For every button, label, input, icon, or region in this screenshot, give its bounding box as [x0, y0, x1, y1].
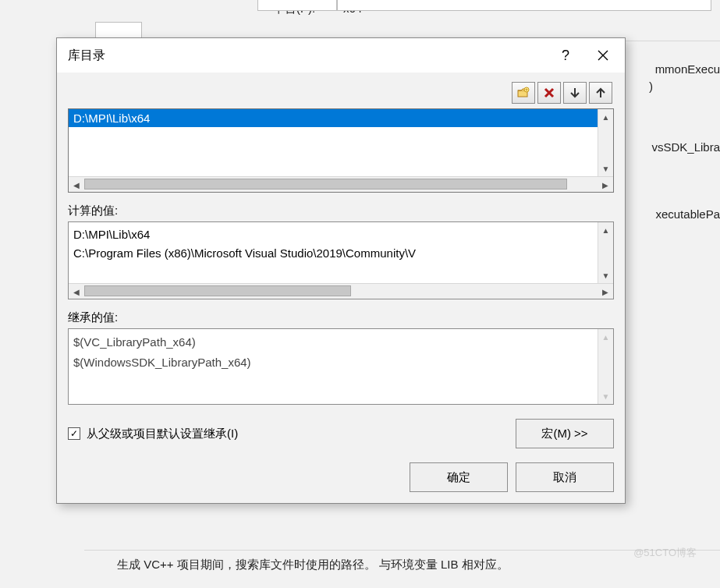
inherited-values-label: 继承的值:	[68, 310, 614, 325]
horizontal-scrollbar[interactable]: ◀ ▶	[69, 176, 613, 192]
bg-divider	[84, 550, 720, 551]
computed-value-line: C:\Program Files (x86)\Microsoft Visual …	[73, 244, 593, 263]
new-folder-icon	[517, 87, 530, 99]
vertical-scrollbar: ▲ ▼	[598, 329, 613, 404]
scroll-right-icon[interactable]: ▶	[598, 177, 613, 193]
vertical-scrollbar[interactable]: ▲ ▼	[598, 109, 613, 176]
bg-text-fragment: vsSDK_Libra	[651, 140, 720, 154]
scroll-left-icon[interactable]: ◀	[69, 177, 84, 193]
scroll-up-icon: ▲	[598, 329, 613, 345]
inherited-value-line: $(WindowsSDK_LibraryPath_x64)	[73, 352, 593, 373]
cancel-button[interactable]: 取消	[516, 462, 614, 492]
scroll-up-icon[interactable]: ▲	[598, 222, 613, 238]
bg-footer-hint: 生成 VC++ 项目期间，搜索库文件时使用的路径。 与环境变量 LIB 相对应。	[117, 558, 509, 572]
scroll-left-icon[interactable]: ◀	[69, 284, 84, 299]
library-directories-dialog: 库目录 ?	[56, 37, 626, 504]
macros-button[interactable]: 宏(M) >>	[516, 419, 614, 448]
bg-box	[337, 0, 711, 11]
scrollbar-track[interactable]	[84, 284, 598, 299]
checkmark-icon: ✓	[68, 427, 80, 440]
scroll-down-icon[interactable]: ▼	[598, 267, 613, 283]
directories-listbox[interactable]: D:\MPI\Lib\x64 ▲ ▼ ◀ ▶	[68, 108, 614, 193]
computed-value-line: D:\MPI\Lib\x64	[73, 225, 593, 244]
titlebar: 库目录 ?	[57, 38, 625, 73]
bg-text-fragment: mmonExecu	[655, 62, 720, 76]
help-button[interactable]: ?	[547, 41, 584, 69]
close-icon	[598, 50, 608, 61]
dialog-title: 库目录	[68, 48, 547, 64]
scroll-up-icon[interactable]: ▲	[598, 109, 613, 125]
list-toolbar	[68, 82, 614, 104]
inherited-values-box: $(VC_LibraryPath_x64) $(WindowsSDK_Libra…	[68, 328, 614, 405]
watermark: @51CTO博客	[633, 546, 697, 560]
scroll-right-icon[interactable]: ▶	[598, 284, 613, 299]
inherited-value-line: $(VC_LibraryPath_x64)	[73, 332, 593, 352]
scroll-down-icon[interactable]: ▼	[598, 161, 613, 176]
move-up-button[interactable]	[589, 82, 612, 104]
bg-box	[257, 0, 337, 11]
inherit-from-parent-checkbox[interactable]: ✓ 从父级或项目默认设置继承(I)	[68, 427, 238, 441]
computed-values-label: 计算的值:	[68, 204, 614, 218]
arrow-down-icon	[569, 87, 581, 99]
scroll-down-icon: ▼	[598, 388, 613, 404]
scrollbar-thumb[interactable]	[84, 285, 351, 296]
horizontal-scrollbar[interactable]: ◀ ▶	[69, 283, 613, 299]
bg-text-fragment: )	[649, 80, 653, 93]
arrow-up-icon	[594, 87, 607, 99]
vertical-scrollbar[interactable]: ▲ ▼	[598, 222, 613, 283]
move-down-button[interactable]	[563, 82, 587, 104]
inherit-checkbox-label: 从父级或项目默认设置继承(I)	[87, 427, 238, 441]
scrollbar-track[interactable]	[84, 177, 598, 192]
delete-icon	[543, 87, 555, 99]
delete-line-button[interactable]	[537, 82, 561, 104]
ok-button[interactable]: 确定	[410, 462, 508, 492]
close-button[interactable]	[584, 41, 622, 69]
list-item[interactable]: D:\MPI\Lib\x64	[69, 109, 598, 127]
computed-values-box: D:\MPI\Lib\x64 C:\Program Files (x86)\Mi…	[68, 221, 614, 299]
scrollbar-thumb[interactable]	[84, 179, 567, 190]
bg-text-fragment: xecutablePa	[655, 207, 720, 221]
new-line-button[interactable]	[512, 82, 535, 104]
